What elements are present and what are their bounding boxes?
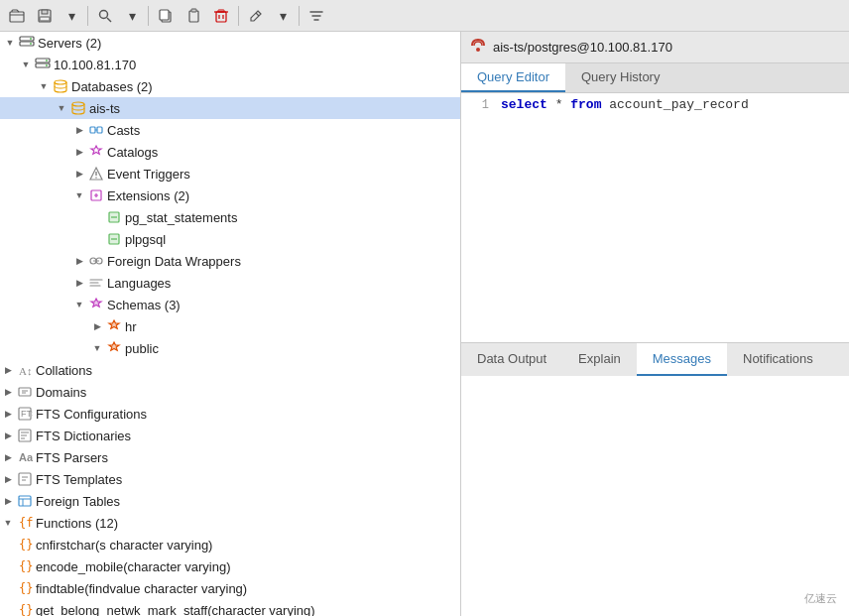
tree-item-fn2[interactable]: {}encode_mobile(character varying) — [0, 555, 460, 577]
tab-messages[interactable]: Messages — [637, 343, 727, 376]
tree-label-domains: Domains — [36, 385, 460, 400]
tree-item-pg-stat[interactable]: pg_stat_statements — [0, 206, 460, 228]
svg-rect-14 — [218, 10, 224, 12]
tree-item-aists[interactable]: ais-ts — [0, 97, 460, 119]
tree-icon-aists — [69, 100, 87, 116]
tree-toggle-fdw[interactable] — [71, 253, 87, 269]
tree-toggle-catalogs[interactable] — [71, 144, 87, 160]
tree-item-extensions[interactable]: Extensions (2) — [0, 185, 460, 206]
svg-text:{}: {} — [19, 581, 33, 595]
kw-from: from — [570, 97, 601, 112]
tree-item-servers[interactable]: Servers (2) — [0, 32, 460, 54]
svg-point-24 — [55, 80, 66, 84]
query-editor-area[interactable]: 1 select * from account_pay_record — [461, 93, 849, 342]
tree-icon-languages — [87, 275, 105, 291]
tree-item-plpgsql[interactable]: plpgsql — [0, 228, 460, 250]
tree-item-functions[interactable]: {f}Functions (12) — [0, 512, 460, 534]
tree-item-foreign-tables[interactable]: Foreign Tables — [0, 490, 460, 512]
tree-toggle-domains[interactable] — [0, 384, 16, 400]
tree-toggle-fts-conf[interactable] — [0, 406, 16, 422]
svg-line-5 — [107, 18, 111, 22]
tree-icon-fn4: {} — [16, 602, 34, 616]
tree-item-fts-conf[interactable]: FTSFTS Configurations — [0, 403, 460, 425]
tree-item-domains[interactable]: Domains — [0, 381, 460, 403]
tree-toggle-foreign-tables[interactable] — [0, 493, 16, 509]
tree-label-fn4: get_belong_netwk_mark_staff(character va… — [36, 603, 460, 617]
tree-toggle-fts-dict[interactable] — [0, 428, 16, 443]
tree-toggle-fts-tmpl[interactable] — [0, 471, 16, 487]
svg-rect-27 — [97, 127, 102, 133]
tree-toggle-aists[interactable] — [54, 100, 69, 116]
tree-item-hr[interactable]: hr — [0, 315, 460, 337]
tree-item-fts-tmpl[interactable]: FTS Templates — [0, 468, 460, 490]
tab-query-editor[interactable]: Query Editor — [461, 63, 565, 92]
tree-item-event-triggers[interactable]: Event Triggers — [0, 163, 460, 185]
tree-icon-schemas — [87, 297, 105, 312]
search-button[interactable] — [92, 4, 118, 28]
tree-toggle-servers[interactable] — [2, 35, 18, 51]
paste-button[interactable] — [181, 4, 206, 28]
tab-data-output[interactable]: Data Output — [461, 343, 562, 376]
search-dropdown[interactable]: ▾ — [120, 4, 144, 28]
tree-item-fn4[interactable]: {}get_belong_netwk_mark_staff(character … — [0, 599, 460, 616]
tree-toggle-schemas[interactable] — [71, 297, 87, 312]
edit-button[interactable] — [243, 4, 269, 28]
tree-item-fn1[interactable]: {}cnfirstchar(s character varying) — [0, 534, 460, 555]
tree-item-fts-parser[interactable]: AaFTS Parsers — [0, 446, 460, 468]
tree-toggle-fts-parser[interactable] — [0, 449, 16, 465]
svg-rect-49 — [19, 473, 31, 485]
edit-dropdown[interactable]: ▾ — [271, 4, 295, 28]
tree-toggle-databases[interactable] — [36, 78, 52, 94]
svg-text:{}: {} — [19, 559, 33, 573]
tree-toggle-server1[interactable] — [18, 57, 34, 72]
tree-toggle-languages[interactable] — [71, 275, 87, 291]
tree-toggle-functions[interactable] — [0, 515, 16, 531]
save-button[interactable] — [32, 4, 58, 28]
tree-label-functions: Functions (12) — [36, 516, 460, 531]
tab-explain[interactable]: Explain — [562, 343, 637, 376]
tree-label-hr: hr — [125, 319, 460, 334]
tree-toggle-public[interactable] — [89, 340, 105, 356]
tree-icon-servers — [18, 35, 36, 51]
tree-toggle-hr[interactable] — [89, 318, 105, 334]
tab-notifications[interactable]: Notifications — [727, 343, 829, 376]
tree-toggle-casts[interactable] — [71, 122, 87, 138]
tree-item-schemas[interactable]: Schemas (3) — [0, 294, 460, 315]
tree-item-fn3[interactable]: {}findtable(findvalue character varying) — [0, 577, 460, 599]
svg-text:Aa: Aa — [19, 451, 33, 463]
tree-item-fdw[interactable]: Foreign Data Wrappers — [0, 250, 460, 272]
tree-item-languages[interactable]: Languages — [0, 272, 460, 294]
open-button[interactable] — [4, 4, 30, 28]
filter-button[interactable] — [303, 4, 329, 28]
left-panel: Servers (2)10.100.81.170Databases (2)ais… — [0, 32, 461, 616]
tree-item-server1[interactable]: 10.100.81.170 — [0, 54, 460, 75]
tree-item-fts-dict[interactable]: FTS Dictionaries — [0, 425, 460, 446]
tree-icon-fn2: {} — [16, 558, 34, 574]
line-number-1: 1 — [461, 97, 497, 112]
tab-query-history[interactable]: Query History — [565, 63, 675, 92]
tree-item-catalogs[interactable]: Catalogs — [0, 141, 460, 163]
right-panel: ais-ts/postgres@10.100.81.170 Query Edit… — [461, 32, 849, 616]
copy-button[interactable] — [153, 4, 179, 28]
tree-item-casts[interactable]: Casts — [0, 119, 460, 141]
save-dropdown[interactable]: ▾ — [60, 4, 83, 28]
sep1 — [87, 6, 88, 26]
svg-rect-8 — [189, 11, 198, 22]
tree-icon-domains — [16, 384, 34, 400]
tree-label-servers: Servers (2) — [38, 36, 460, 51]
tree-item-public[interactable]: public — [0, 337, 460, 359]
tree-toggle-extensions[interactable] — [71, 187, 87, 203]
tree-icon-casts — [87, 122, 105, 138]
tree-toggle-event-triggers[interactable] — [71, 166, 87, 182]
tree-toggle-collations[interactable] — [0, 362, 16, 378]
query-tabs: Query Editor Query History — [461, 63, 849, 93]
tree-item-collations[interactable]: A↕Collations — [0, 359, 460, 381]
delete-button[interactable] — [208, 4, 234, 28]
tree-label-catalogs: Catalogs — [107, 145, 460, 160]
sep2 — [148, 6, 149, 26]
bottom-tabs: Data Output Explain Messages Notificatio… — [461, 342, 849, 376]
svg-text:A↕: A↕ — [19, 365, 32, 377]
tree-label-fts-dict: FTS Dictionaries — [36, 429, 460, 443]
tree-item-databases[interactable]: Databases (2) — [0, 75, 460, 97]
tree-label-languages: Languages — [107, 276, 460, 291]
